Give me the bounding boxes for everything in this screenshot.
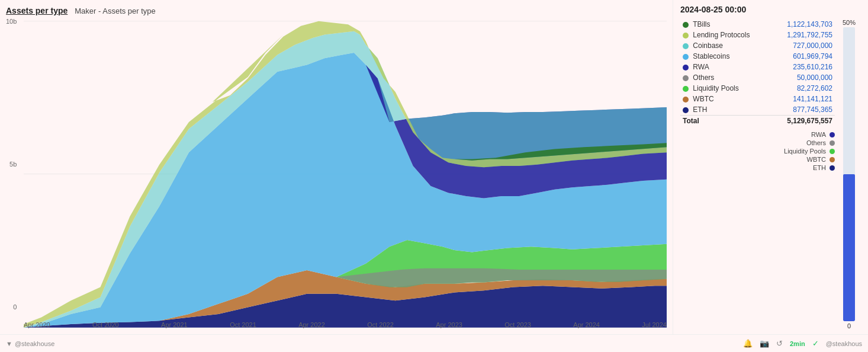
legend-dot [683, 54, 689, 60]
legend-row: TBills 1,122,143,703 [680, 19, 835, 30]
x-label-apr2020: Apr 2020 [24, 321, 50, 328]
legend-row: Stablecoins 601,969,794 [680, 51, 835, 62]
legend-dot [683, 33, 689, 39]
mini-legend-label: RWA [811, 131, 826, 138]
x-label-apr2023: Apr 2023 [436, 321, 462, 328]
bell-icon[interactable]: 🔔 [743, 339, 753, 348]
mini-legend-label: WBTC [807, 156, 826, 163]
legend-value: 235,610,216 [771, 62, 835, 72]
legend-dot-cell: WBTC [680, 94, 771, 104]
percent-bottom-label: 0 [847, 322, 851, 329]
bottom-left: ▼ @steakhouse [6, 340, 54, 347]
legend-dot [683, 107, 689, 113]
legend-dot [683, 43, 689, 49]
legend-dot-cell: Lending Protocols [680, 30, 771, 40]
legend-label: WBTC [693, 95, 713, 103]
x-label-oct2022: Oct 2022 [367, 321, 394, 328]
check-icon: ✓ [812, 339, 819, 348]
percent-top-label: 50% [843, 19, 856, 26]
legend-row: Others 50,000,000 [680, 72, 835, 83]
x-label-apr2021: Apr 2021 [161, 321, 188, 328]
legend-row: Liquidity Pools 82,272,602 [680, 83, 835, 94]
legend-dot-cell: RWA [680, 62, 771, 72]
legend-value: 1,122,143,703 [771, 19, 835, 30]
y-axis-labels: 10b 5b 0 [6, 18, 17, 311]
arrow-icon: ▼ [6, 340, 12, 347]
legend-value: 1,291,792,755 [771, 30, 835, 40]
date-title: 2024-08-25 00:00 [680, 5, 861, 14]
x-label-oct2021: Oct 2021 [230, 321, 256, 328]
percent-bar-fill [843, 174, 855, 321]
x-label-apr2022: Apr 2022 [298, 321, 325, 328]
right-handle: @steakhous [826, 340, 862, 347]
legend-row: Lending Protocols 1,291,792,755 [680, 30, 835, 40]
legend-dot [683, 22, 689, 28]
legend-dot [683, 75, 689, 81]
legend-label: Stablecoins [693, 52, 729, 60]
mini-legend-item: Liquidity Pools [680, 148, 835, 155]
mini-legend-item: Others [680, 139, 835, 146]
legend-value: 601,969,794 [771, 51, 835, 62]
bottom-bar: ▼ @steakhouse 🔔 📷 ↺ 2min ✓ @steakhous [0, 334, 868, 352]
legend-dot [683, 65, 689, 71]
x-axis-labels: Apr 2020 Oct 2020 Apr 2021 Oct 2021 Apr … [24, 321, 667, 328]
legend-label: Liquidity Pools [693, 84, 738, 92]
left-handle: @steakhouse [15, 340, 54, 347]
chart-title-row: Assets per type Maker - Assets per type [6, 6, 667, 15]
legend-dot-cell: Liquidity Pools [680, 83, 771, 94]
legend-row: WBTC 141,141,121 [680, 94, 835, 104]
chart-title-main: Assets per type [6, 6, 67, 15]
chart-section: Assets per type Maker - Assets per type … [0, 0, 673, 334]
y-label-10b: 10b [6, 18, 17, 25]
mini-legend-label: Others [806, 139, 826, 146]
y-label-0: 0 [13, 303, 17, 311]
mini-legend-item: RWA [680, 131, 835, 138]
legend-row: RWA 235,610,216 [680, 62, 835, 72]
x-label-jul2024: Jul 2024 [642, 321, 667, 328]
legend-dot [683, 97, 689, 103]
mini-legend: RWA Others Liquidity Pools WBTC ETH [680, 131, 835, 171]
legend-row: ETH 877,745,365 [680, 104, 835, 116]
percent-bar [843, 27, 855, 321]
camera-icon[interactable]: 📷 [760, 339, 769, 348]
legend-dot-cell: Coinbase [680, 40, 771, 51]
mini-legend-dot [830, 149, 835, 154]
legend-dot-cell: Others [680, 72, 771, 83]
mini-legend-dot [830, 132, 835, 137]
bar-side: 50% 0 [837, 19, 861, 329]
chart-title-sub: Maker - Assets per type [75, 7, 156, 15]
y-label-5b: 5b [9, 161, 17, 168]
total-label: Total [680, 116, 771, 127]
mini-legend-label: ETH [813, 164, 826, 171]
refresh-label: 2min [790, 340, 805, 347]
legend-label: TBills [693, 20, 710, 28]
x-label-oct2020: Oct 2020 [92, 321, 119, 328]
legend-value: 82,272,602 [771, 83, 835, 94]
refresh-icon[interactable]: ↺ [776, 339, 783, 348]
total-row: Total 5,129,675,557 [680, 116, 835, 127]
mini-legend-label: Liquidity Pools [784, 148, 826, 155]
mini-legend-item: ETH [680, 164, 835, 171]
legend-label: Others [693, 73, 714, 82]
legend-table: TBills 1,122,143,703 Lending Protocols 1… [680, 19, 835, 126]
mini-legend-dot [830, 140, 835, 146]
legend-label: ETH [693, 105, 707, 114]
legend-value: 877,745,365 [771, 104, 835, 116]
legend-dot-cell: TBills [680, 19, 771, 30]
legend-value: 141,141,121 [771, 94, 835, 104]
legend-row: Coinbase 727,000,000 [680, 40, 835, 51]
legend-dot-cell: Stablecoins [680, 51, 771, 62]
legend-value: 50,000,000 [771, 72, 835, 83]
mini-legend-dot [830, 157, 835, 162]
legend-value: 727,000,000 [771, 40, 835, 51]
bottom-right: 🔔 📷 ↺ 2min ✓ @steakhous [743, 339, 862, 348]
chart-area: 10b 5b 0 [24, 18, 667, 334]
legend-label: Lending Protocols [693, 31, 750, 39]
legend-side: TBills 1,122,143,703 Lending Protocols 1… [680, 19, 835, 329]
chart-svg [24, 18, 667, 334]
mini-legend-item: WBTC [680, 156, 835, 163]
legend-dot-cell: ETH [680, 104, 771, 116]
legend-label: Coinbase [693, 41, 723, 50]
x-label-oct2023: Oct 2023 [504, 321, 531, 328]
legend-label: RWA [693, 63, 709, 71]
